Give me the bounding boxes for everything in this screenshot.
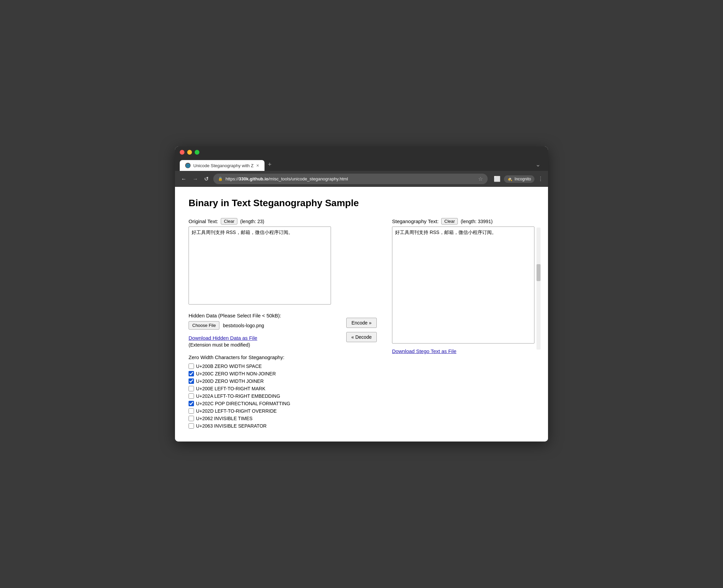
back-button[interactable]: ←	[180, 175, 188, 183]
page-content: Binary in Text Steganography Sample Orig…	[175, 187, 548, 442]
zero-width-section: Zero Width Characters for Steganography:…	[189, 354, 331, 429]
checkbox-label-cb9[interactable]: U+2063 INVISIBLE SEPARATOR	[196, 423, 267, 429]
checkbox-item: U+200E LEFT-TO-RIGHT MARK	[189, 386, 331, 391]
scrollbar-thumb[interactable]	[536, 264, 541, 281]
bookmark-icon[interactable]: ☆	[478, 176, 483, 182]
address-bar: ← → ↺ 🔒 https://330k.github.io/misc_tool…	[175, 171, 548, 187]
stego-text-section: Steganography Text: Clear (length: 33991…	[392, 218, 534, 224]
checkbox-label-cb6[interactable]: U+202C POP DIRECTIONAL FORMATTING	[196, 401, 290, 406]
original-text-section: Original Text: Clear (length: 23)	[189, 218, 331, 224]
checkboxes-container: U+200B ZERO WIDTH SPACEU+200C ZERO WIDTH…	[189, 364, 331, 429]
checkbox-cb4[interactable]	[189, 386, 194, 391]
url-domain: 330k.github.io	[239, 176, 268, 181]
encode-button[interactable]: Encode »	[346, 318, 376, 328]
tab-close-btn[interactable]: ×	[256, 163, 259, 168]
minimize-traffic-light[interactable]	[187, 150, 192, 155]
checkbox-label-cb4[interactable]: U+200E LEFT-TO-RIGHT MARK	[196, 386, 265, 391]
browser-icons: ⬜ 🕵️ Incognito ⋮	[494, 175, 543, 183]
browser-window: 🌐 Unicode Steganography with Z × + ⌄ ← →…	[175, 146, 548, 442]
stego-text-label: Steganography Text:	[392, 218, 438, 224]
checkbox-item: U+202D LEFT-TO-RIGHT OVERRIDE	[189, 408, 331, 414]
download-stego-link[interactable]: Download Stego Text as File	[392, 348, 534, 354]
page-title: Binary in Text Steganography Sample	[189, 198, 534, 209]
download-hidden-link[interactable]: Download Hidden Data as File	[189, 335, 331, 341]
extension-note: (Extension must be modified)	[189, 342, 331, 348]
checkbox-cb7[interactable]	[189, 408, 194, 414]
file-name-display: bestxtools-logo.png	[223, 323, 264, 328]
incognito-label: Incognito	[514, 177, 531, 181]
traffic-lights	[180, 150, 543, 155]
new-tab-button[interactable]: +	[265, 158, 274, 171]
forward-button[interactable]: →	[191, 175, 199, 183]
checkbox-cb1[interactable]	[189, 364, 194, 369]
tab-title: Unicode Steganography with Z	[193, 163, 254, 168]
checkbox-label-cb2[interactable]: U+200C ZERO WIDTH NON-JOINER	[196, 371, 276, 376]
incognito-badge: 🕵️ Incognito	[504, 175, 534, 183]
checkbox-label-cb5[interactable]: U+202A LEFT-TO-RIGHT EMBEDDING	[196, 393, 280, 399]
tab-more-button[interactable]: ⌄	[533, 158, 543, 171]
hidden-data-label: Hidden Data (Please Select File < 50kB):	[189, 313, 331, 318]
zero-width-label: Zero Width Characters for Steganography:	[189, 354, 331, 360]
main-layout: Original Text: Clear (length: 23) 好工具周刊支…	[189, 218, 534, 431]
checkbox-item: U+202C POP DIRECTIONAL FORMATTING	[189, 401, 331, 406]
checkbox-label-cb3[interactable]: U+200D ZERO WIDTH JOINER	[196, 378, 264, 384]
refresh-button[interactable]: ↺	[203, 174, 210, 183]
menu-icon[interactable]: ⋮	[538, 176, 543, 182]
url-path: /misc_tools/unicode_steganography.html	[268, 176, 348, 181]
profile-icon[interactable]: ⬜	[494, 176, 501, 182]
original-text-input[interactable]: 好工具周刊支持 RSS，邮箱，微信小程序订阅。	[189, 227, 331, 305]
close-traffic-light[interactable]	[180, 150, 184, 155]
tab-bar: 🌐 Unicode Steganography with Z × + ⌄	[180, 158, 543, 171]
checkbox-item: U+200C ZERO WIDTH NON-JOINER	[189, 371, 331, 376]
incognito-icon: 🕵️	[507, 177, 512, 181]
checkbox-cb8[interactable]	[189, 416, 194, 421]
tab-favicon: 🌐	[185, 163, 191, 168]
stego-length: (length: 33991)	[461, 219, 492, 224]
hidden-data-section: Hidden Data (Please Select File < 50kB):…	[189, 313, 331, 330]
stego-text-input[interactable]: 好工具周刊支持 RSS，邮箱，微信小程序订阅。	[392, 227, 534, 344]
checkbox-cb5[interactable]	[189, 393, 194, 399]
encode-decode-section: Encode » « Decode	[345, 218, 378, 431]
stego-clear-button[interactable]: Clear	[441, 218, 458, 224]
url-text: https://330k.github.io/misc_tools/unicod…	[226, 176, 475, 181]
checkbox-item: U+202A LEFT-TO-RIGHT EMBEDDING	[189, 393, 331, 399]
browser-chrome: 🌐 Unicode Steganography with Z × + ⌄	[175, 146, 548, 171]
checkbox-label-cb1[interactable]: U+200B ZERO WIDTH SPACE	[196, 364, 262, 369]
original-text-label: Original Text:	[189, 218, 218, 224]
decode-button[interactable]: « Decode	[346, 332, 377, 342]
checkbox-label-cb7[interactable]: U+202D LEFT-TO-RIGHT OVERRIDE	[196, 408, 277, 414]
file-input-row: Choose File bestxtools-logo.png	[189, 321, 331, 330]
checkbox-item: U+2062 INVISIBLE TIMES	[189, 416, 331, 421]
original-clear-button[interactable]: Clear	[221, 218, 237, 224]
browser-tab[interactable]: 🌐 Unicode Steganography with Z ×	[180, 160, 265, 171]
url-bar[interactable]: 🔒 https://330k.github.io/misc_tools/unic…	[213, 174, 488, 184]
checkbox-cb3[interactable]	[189, 378, 194, 384]
left-panel: Original Text: Clear (length: 23) 好工具周刊支…	[189, 218, 331, 431]
checkbox-item: U+2063 INVISIBLE SEPARATOR	[189, 423, 331, 429]
checkbox-item: U+200D ZERO WIDTH JOINER	[189, 378, 331, 384]
original-length: (length: 23)	[240, 219, 264, 224]
checkbox-cb2[interactable]	[189, 371, 194, 376]
checkbox-item: U+200B ZERO WIDTH SPACE	[189, 364, 331, 369]
maximize-traffic-light[interactable]	[195, 150, 199, 155]
right-panel: Steganography Text: Clear (length: 33991…	[392, 218, 534, 431]
checkbox-label-cb8[interactable]: U+2062 INVISIBLE TIMES	[196, 416, 253, 421]
scrollbar-track[interactable]	[536, 228, 541, 350]
url-normal: https://	[226, 176, 239, 181]
choose-file-button[interactable]: Choose File	[189, 321, 219, 330]
checkbox-cb9[interactable]	[189, 423, 194, 429]
checkbox-cb6[interactable]	[189, 401, 194, 406]
lock-icon: 🔒	[218, 177, 223, 181]
